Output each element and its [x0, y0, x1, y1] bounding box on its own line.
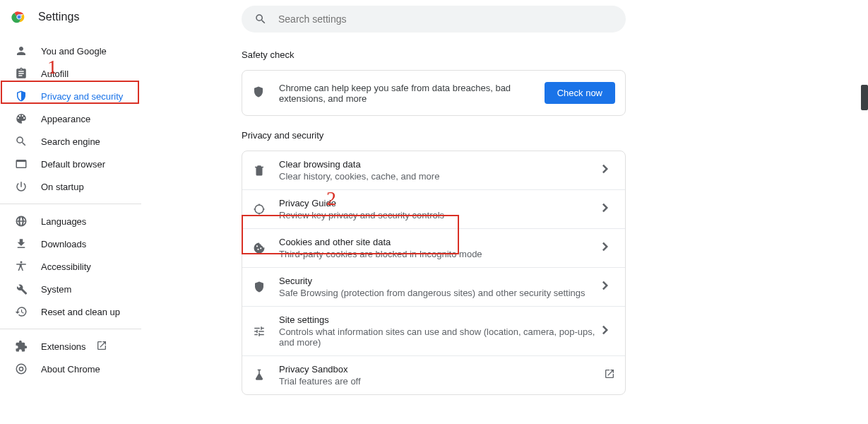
row-subtitle: Controls what information sites can use …: [279, 326, 602, 348]
sidebar-item-default-browser[interactable]: Default browser: [0, 153, 141, 175]
privacy-security-title: Privacy and security: [242, 130, 868, 141]
row-title: Clear browsing data: [279, 159, 602, 170]
row-subtitle: Third-party cookies are blocked in Incog…: [279, 249, 602, 259]
chevron-right-icon: [602, 242, 615, 254]
sidebar-item-appearance[interactable]: Appearance: [0, 107, 141, 130]
wrench-icon: [14, 283, 28, 295]
external-link-icon: [604, 368, 615, 382]
row-title: Security: [279, 276, 602, 286]
sidebar-item-autofill[interactable]: Autofill: [0, 62, 141, 85]
accessibility-icon: [14, 260, 28, 273]
search-input[interactable]: [278, 13, 613, 25]
search-bar[interactable]: [242, 6, 626, 33]
sidebar-item-label: Languages: [41, 216, 86, 227]
shield-icon: [252, 281, 266, 293]
safety-check-card: Chrome can help keep you safe from data …: [242, 70, 626, 116]
sidebar-item-on-startup[interactable]: On startup: [0, 175, 141, 198]
sidebar-item-reset-and-clean-up[interactable]: Reset and clean up: [0, 300, 141, 323]
sidebar-item-privacy-and-security[interactable]: Privacy and security: [0, 85, 141, 107]
safety-check-title: Safety check: [242, 49, 868, 60]
row-subtitle: Trial features are off: [279, 376, 604, 387]
sidebar-item-label: Privacy and security: [41, 91, 123, 102]
chevron-right-icon: [602, 325, 615, 338]
chevron-right-icon: [602, 164, 615, 177]
assignment-icon: [14, 67, 28, 80]
scrollbar[interactable]: [861, 85, 868, 110]
row-subtitle: Clear history, cookies, cache, and more: [279, 171, 602, 182]
chrome-icon: [14, 363, 28, 375]
globe-icon: [14, 215, 28, 228]
sidebar-item-label: Autofill: [41, 69, 69, 79]
row-clear-browsing-data[interactable]: Clear browsing dataClear history, cookie…: [242, 151, 625, 189]
person-icon: [14, 45, 28, 57]
sidebar-item-extensions[interactable]: Extensions: [0, 335, 141, 358]
row-privacy-guide[interactable]: Privacy GuideReview key privacy and secu…: [242, 189, 625, 228]
tune-icon: [252, 325, 266, 338]
restore-icon: [14, 305, 28, 318]
row-site-settings[interactable]: Site settingsControls what information s…: [242, 306, 625, 355]
search-icon: [254, 13, 267, 25]
sidebar: You and GoogleAutofillPrivacy and securi…: [0, 34, 141, 395]
sidebar-divider: [0, 329, 141, 329]
row-title: Privacy Sandbox: [279, 364, 604, 375]
row-title: Privacy Guide: [279, 198, 602, 208]
sidebar-item-languages[interactable]: Languages: [0, 210, 141, 232]
chrome-logo-icon: [11, 9, 27, 25]
sidebar-item-label: Reset and clean up: [41, 307, 120, 317]
sidebar-item-downloads[interactable]: Downloads: [0, 232, 141, 255]
row-subtitle: Safe Browsing (protection from dangerous…: [279, 288, 602, 298]
sidebar-item-label: You and Google: [41, 46, 107, 57]
sidebar-item-search-engine[interactable]: Search engine: [0, 130, 141, 153]
sidebar-item-label: About Chrome: [41, 364, 100, 375]
sidebar-item-label: System: [41, 284, 71, 295]
row-cookies-and-other-site-data[interactable]: Cookies and other site dataThird-party c…: [242, 228, 625, 267]
row-subtitle: Review key privacy and security controls: [279, 210, 602, 220]
shield-half-icon: [14, 90, 28, 102]
chevron-right-icon: [602, 281, 615, 293]
sidebar-item-accessibility[interactable]: Accessibility: [0, 255, 141, 278]
trash-icon: [252, 164, 266, 177]
cookie-icon: [252, 242, 266, 254]
sidebar-item-label: Downloads: [41, 239, 86, 249]
row-security[interactable]: SecuritySafe Browsing (protection from d…: [242, 267, 625, 306]
power-icon: [14, 180, 28, 193]
target-icon: [252, 203, 266, 216]
sidebar-item-label: On startup: [41, 182, 84, 192]
row-privacy-sandbox[interactable]: Privacy SandboxTrial features are off: [242, 355, 625, 394]
sidebar-item-system[interactable]: System: [0, 278, 141, 300]
search-icon: [14, 135, 28, 148]
check-now-button[interactable]: Check now: [545, 82, 615, 104]
sidebar-divider: [0, 204, 141, 204]
sidebar-item-label: Default browser: [41, 159, 105, 170]
sidebar-item-label: Appearance: [41, 114, 90, 124]
flask-icon: [252, 369, 266, 382]
browser-icon: [14, 158, 28, 170]
sidebar-item-you-and-google[interactable]: You and Google: [0, 40, 141, 62]
sidebar-item-about-chrome[interactable]: About Chrome: [0, 358, 141, 380]
safety-check-text: Chrome can help keep you safe from data …: [279, 83, 545, 104]
row-title: Cookies and other site data: [279, 237, 602, 247]
shield-icon: [252, 86, 266, 101]
download-icon: [14, 237, 28, 250]
sidebar-item-label: Extensions: [41, 341, 86, 352]
page-title: Settings: [38, 11, 80, 23]
privacy-security-card: Clear browsing dataClear history, cookie…: [242, 151, 626, 395]
chevron-right-icon: [602, 203, 615, 216]
sidebar-item-label: Search engine: [41, 136, 100, 147]
external-link-icon: [96, 340, 107, 353]
sidebar-item-label: Accessibility: [41, 261, 91, 272]
extension-icon: [14, 340, 28, 353]
row-title: Site settings: [279, 314, 602, 325]
palette-icon: [14, 112, 28, 125]
